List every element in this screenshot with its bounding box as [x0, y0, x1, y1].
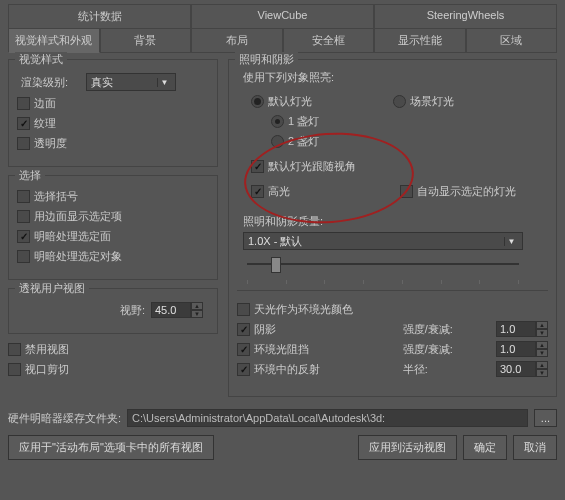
quality-dropdown[interactable]: 1.0X - 默认 ▼ [243, 232, 523, 250]
cb-track-view[interactable] [251, 160, 264, 173]
lbl-one-light: 1 盏灯 [288, 114, 319, 129]
browse-button[interactable]: ... [534, 409, 557, 427]
radius-input[interactable]: 30.0 [496, 361, 536, 377]
lbl-highlight: 高光 [268, 184, 290, 199]
cb-shadow[interactable] [237, 323, 250, 336]
tab-visual-style[interactable]: 视觉样式和外观 [8, 28, 100, 53]
lbl-face: 边面 [34, 96, 56, 111]
lbl-sel-shade-obj: 明暗处理选定对象 [34, 249, 122, 264]
apply-all-button[interactable]: 应用于"活动布局"选项卡中的所有视图 [8, 435, 214, 460]
group-perspective: 透视用户视图 视野: 45.0 ▲ ▼ [8, 288, 218, 334]
cb-sel-bracket[interactable] [17, 190, 30, 203]
rb-one-light[interactable] [271, 115, 284, 128]
cancel-button[interactable]: 取消 [513, 435, 557, 460]
rb-default-light[interactable] [251, 95, 264, 108]
cb-face[interactable] [17, 97, 30, 110]
intensity1-spin-up[interactable]: ▲ [536, 321, 548, 329]
lbl-track-view: 默认灯光跟随视角 [268, 159, 356, 174]
intensity1-spin-down[interactable]: ▼ [536, 329, 548, 337]
lbl-two-light: 2 盏灯 [288, 134, 319, 149]
lbl-env-refl: 环境中的反射 [254, 362, 320, 377]
chevron-down-icon: ▼ [504, 237, 518, 246]
intensity2-spin-down[interactable]: ▼ [536, 349, 548, 357]
lbl-sel-bracket: 选择括号 [34, 189, 78, 204]
fov-spin-up[interactable]: ▲ [191, 302, 203, 310]
radius-spin-up[interactable]: ▲ [536, 361, 548, 369]
cb-texture[interactable] [17, 117, 30, 130]
lbl-ao: 环境光阻挡 [254, 342, 309, 357]
render-level-dropdown[interactable]: 真实 ▼ [86, 73, 176, 91]
cb-viewport-clip[interactable] [8, 363, 21, 376]
group-select: 选择 选择括号 用边面显示选定项 明暗处理选定面 明暗处理选定对象 [8, 175, 218, 280]
cb-transparency[interactable] [17, 137, 30, 150]
lbl-sel-edge: 用边面显示选定项 [34, 209, 122, 224]
quality-label: 照明和阴影质量: [243, 214, 548, 229]
lbl-texture: 纹理 [34, 116, 56, 131]
lbl-shadow: 阴影 [254, 322, 276, 337]
intensity2-input[interactable]: 1.0 [496, 341, 536, 357]
fov-input[interactable]: 45.0 [151, 302, 191, 318]
use-light-label: 使用下列对象照亮: [243, 70, 548, 85]
rb-two-light[interactable] [271, 135, 284, 148]
fov-spin-down[interactable]: ▼ [191, 310, 203, 318]
chevron-down-icon: ▼ [157, 78, 171, 87]
group-select-title: 选择 [15, 168, 45, 183]
tab-viewcube[interactable]: ViewCube [191, 4, 374, 29]
tabrow-bottom: 视觉样式和外观 背景 布局 安全框 显示性能 区域 [8, 28, 557, 53]
buffer-path-field[interactable]: C:\Users\Administrator\AppData\Local\Aut… [127, 409, 528, 427]
lbl-viewport-clip: 视口剪切 [25, 362, 69, 377]
tab-display-perf[interactable]: 显示性能 [374, 28, 466, 53]
group-visual-style-title: 视觉样式 [15, 52, 67, 67]
radius-spin-down[interactable]: ▼ [536, 369, 548, 377]
cb-highlight[interactable] [251, 185, 264, 198]
group-visual-style: 视觉样式 渲染级别: 真实 ▼ 边面 纹理 透明度 [8, 59, 218, 167]
lbl-auto-show-sel-light: 自动显示选定的灯光 [417, 184, 516, 199]
intensity2-label: 强度/衰减: [403, 342, 453, 357]
cb-auto-show-sel-light[interactable] [400, 185, 413, 198]
buffer-label: 硬件明暗器缓存文件夹: [8, 411, 121, 426]
cb-sel-shade-obj[interactable] [17, 250, 30, 263]
tab-statistics[interactable]: 统计数据 [8, 4, 191, 29]
tab-region[interactable]: 区域 [466, 28, 558, 53]
group-perspective-title: 透视用户视图 [15, 281, 89, 296]
radius-label: 半径: [403, 362, 428, 377]
quality-value: 1.0X - 默认 [248, 234, 302, 249]
ok-button[interactable]: 确定 [463, 435, 507, 460]
tab-steeringwheels[interactable]: SteeringWheels [374, 4, 557, 29]
cb-disable-view[interactable] [8, 343, 21, 356]
tabrow-top: 统计数据 ViewCube SteeringWheels [8, 4, 557, 29]
cb-env-refl[interactable] [237, 363, 250, 376]
cb-sel-shade-face[interactable] [17, 230, 30, 243]
render-level-value: 真实 [91, 75, 113, 90]
group-lighting-title: 照明和阴影 [235, 52, 298, 67]
tab-safeframe[interactable]: 安全框 [283, 28, 375, 53]
lbl-disable-view: 禁用视图 [25, 342, 69, 357]
lbl-transparency: 透明度 [34, 136, 67, 151]
cb-ao[interactable] [237, 343, 250, 356]
render-level-label: 渲染级别: [21, 75, 68, 90]
cb-sel-edge[interactable] [17, 210, 30, 223]
lbl-sky-env: 天光作为环境光颜色 [254, 302, 353, 317]
intensity1-label: 强度/衰减: [403, 322, 453, 337]
slider-thumb[interactable] [271, 257, 281, 273]
cb-sky-env[interactable] [237, 303, 250, 316]
quality-slider[interactable] [243, 254, 523, 278]
tab-layout[interactable]: 布局 [191, 28, 283, 53]
intensity1-input[interactable]: 1.0 [496, 321, 536, 337]
fov-label: 视野: [120, 303, 145, 318]
lbl-default-light: 默认灯光 [268, 94, 312, 109]
apply-active-button[interactable]: 应用到活动视图 [358, 435, 457, 460]
lbl-sel-shade-face: 明暗处理选定面 [34, 229, 111, 244]
intensity2-spin-up[interactable]: ▲ [536, 341, 548, 349]
tab-background[interactable]: 背景 [100, 28, 192, 53]
rb-scene-light[interactable] [393, 95, 406, 108]
group-lighting: 照明和阴影 使用下列对象照亮: 默认灯光 1 盏灯 2 盏灯 场景灯光 默认灯光… [228, 59, 557, 397]
lbl-scene-light: 场景灯光 [410, 94, 454, 109]
